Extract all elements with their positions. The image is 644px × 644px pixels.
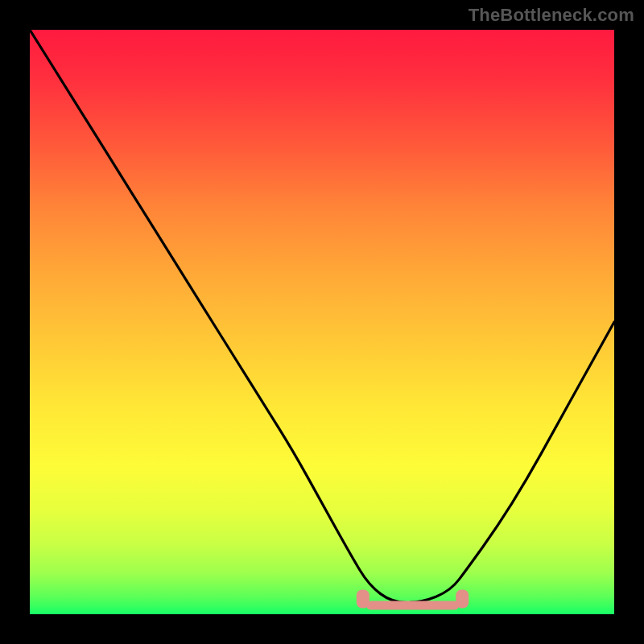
plot-frame bbox=[30, 30, 614, 614]
bottleneck-curve-svg bbox=[30, 30, 614, 614]
chart-container: TheBottleneck.com bbox=[0, 0, 644, 644]
bottleneck-curve-path bbox=[30, 30, 614, 603]
optimal-zone-right-pill bbox=[456, 590, 469, 609]
optimal-zone-band bbox=[366, 601, 459, 610]
watermark-label: TheBottleneck.com bbox=[469, 5, 634, 26]
